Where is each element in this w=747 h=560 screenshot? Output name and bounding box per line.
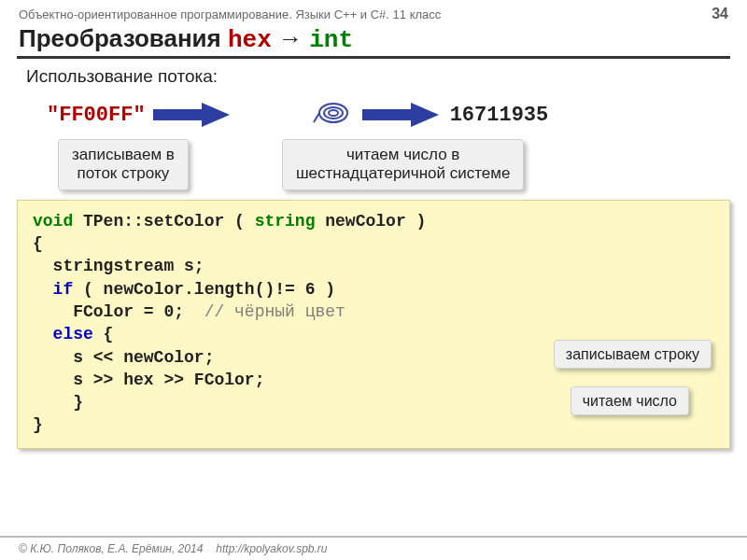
svg-line-5 [314, 113, 319, 122]
course-label: Объектно-ориентированное программировани… [19, 7, 441, 21]
footer-copyright: © К.Ю. Поляков, Е.А. Ерёмин, 2014 [19, 542, 203, 555]
title-int: int [309, 26, 353, 54]
svg-point-3 [324, 107, 343, 119]
callout-write-string: записываем строку [554, 340, 712, 369]
svg-rect-0 [153, 109, 202, 120]
int-literal: 16711935 [450, 104, 549, 127]
title-hex: hex [228, 26, 272, 54]
title-rule [17, 56, 730, 59]
callout-read-stream: читаем число в шестнадцатеричной системе [282, 139, 525, 190]
svg-marker-7 [411, 103, 439, 127]
footer-url: http://kpolyakov.spb.ru [216, 542, 327, 555]
example-row: "FF00FF" 16711935 [0, 94, 747, 139]
subtitle: Использование потока: [0, 66, 747, 94]
svg-rect-6 [362, 109, 411, 120]
title-arrow: → [272, 24, 309, 52]
svg-point-4 [329, 110, 338, 116]
callout-write-stream: записываем в поток строку [58, 139, 189, 190]
slide-header: Объектно-ориентированное программировани… [0, 0, 747, 24]
slide-footer: © К.Ю. Поляков, Е.А. Ерёмин, 2014 http:/… [0, 536, 747, 560]
callout-read-number: читаем число [571, 386, 689, 415]
slide-title: Преобразования hex → int [0, 24, 747, 56]
arrow-right-icon [362, 99, 439, 131]
title-prefix: Преобразования [19, 24, 228, 52]
page-number: 34 [712, 6, 728, 22]
code-area: void TPen::setColor ( string newColor ) … [0, 200, 747, 449]
callout-row: записываем в поток строку читаем число в… [0, 139, 747, 200]
coil-icon [312, 96, 355, 133]
svg-marker-1 [202, 103, 230, 127]
arrow-right-icon [153, 99, 230, 131]
hex-literal: "FF00FF" [47, 104, 146, 127]
